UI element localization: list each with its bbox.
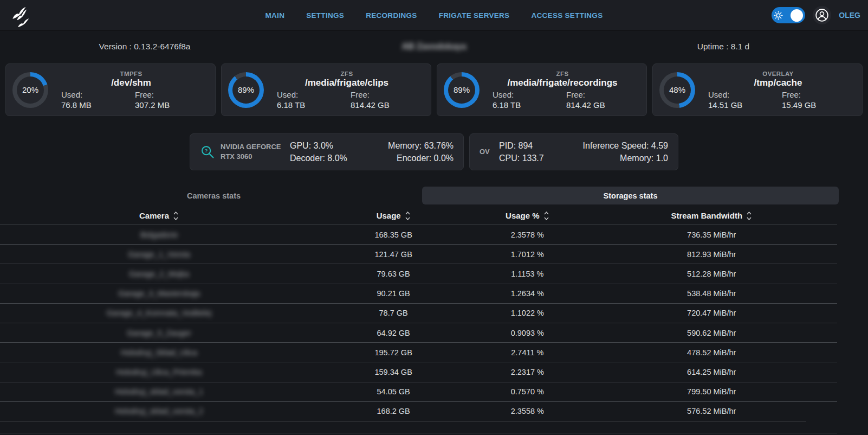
table-row: Holodnyj_sklad_vorota_2 168.2 GB 2.3558 … [0,401,837,421]
table-row: Garage_2_Mojka 79.63 GB 1.1153 % 512.28 … [0,264,837,283]
column-label: Stream Bandwidth [671,211,742,220]
table-row: Bolgadorie 168.35 GB 2.3578 % 736.35 MiB… [0,225,837,244]
storage-cards-row: 20% TMPFS /dev/shm Used: Free: 76.8 MB 3… [0,62,868,116]
free-label: Free: [566,90,640,99]
gpu-memory-stat: Memory: 63.76% [388,141,454,151]
column-label: Usage [377,211,401,220]
bandwidth-cell: 799.50 MiB/hr [586,387,837,396]
table-header-row: Camera Usage Usage % Stream Bandwidth [0,207,837,225]
usage-cell: 79.63 GB [318,270,469,278]
nav-item-access-settings[interactable]: ACCESS SETTINGS [531,11,603,20]
fs-path-label: /dev/shm [54,78,209,88]
fs-type-label: OVERLAY [701,71,856,77]
usage-pct-cell: 2.7411 % [469,348,586,357]
version-label: Version : 0.13.2-6476f8a [0,42,289,52]
storage-card-recordings: 89% ZFS /media/frigate/recordings Used: … [437,63,647,116]
used-value: 76.8 MB [61,100,135,110]
tab-cameras-stats[interactable]: Cameras stats [5,187,422,204]
used-label: Used: [277,90,351,99]
free-value: 15.49 GB [782,100,856,110]
table-bottom-divider [0,421,806,421]
storage-stats-table: Camera Usage Usage % Stream Bandwidth Bo… [0,207,837,421]
hardware-cards-row: ? NVIDIA GEFORCE RTX 3060 GPU: 3.0% Deco… [0,133,868,170]
toggle-knob [791,9,803,22]
column-label: Camera [139,211,169,220]
used-label: Used: [708,90,782,99]
gpu-decoder-stat: Decoder: 8.0% [290,153,347,163]
bandwidth-cell: 812.93 MiB/hr [586,250,837,259]
fs-type-label: ZFS [485,71,640,77]
sort-chevrons-icon [746,211,752,221]
bandwidth-cell: 720.47 MiB/hr [586,309,837,317]
gpu-encoder-stat: Encoder: 0.0% [388,153,454,163]
stats-tabs: Cameras stats Storages stats [5,187,839,204]
table-row: Holodnyj_Ulica_Priemka 159.34 GB 2.2317 … [0,362,837,381]
column-header-usage-pct[interactable]: Usage % [469,211,586,221]
bandwidth-cell: 576.52 MiB/hr [586,407,837,415]
fs-path-label: /media/frigate/clips [269,78,424,88]
sort-chevrons-icon [405,211,411,221]
usage-cell: 78.7 GB [318,309,469,317]
next-row-partial-divider [0,433,837,433]
user-avatar[interactable] [813,6,831,24]
gpu-usage-stat: GPU: 3.0% [290,141,347,151]
gauge-percent-label: 89% [454,85,470,94]
person-circle-icon [815,8,829,22]
theme-toggle[interactable] [772,7,805,23]
nav-item-main[interactable]: MAIN [265,11,285,20]
nav-item-frigate-servers[interactable]: FRIGATE SERVERS [439,11,510,20]
usage-pct-cell: 0.9093 % [469,329,586,337]
camera-name-cell: Holodnyj_Sklad_Ulica [0,348,318,357]
detector-inference-stat: Inference Speed: 4.59 [583,141,668,151]
usage-pct-cell: 1.7012 % [469,250,586,259]
used-label: Used: [493,90,566,99]
detector-memory-stat: Memory: 1.0 [583,153,668,163]
used-value: 6.18 TB [493,100,566,110]
usage-gauge: 89% [444,72,480,108]
usage-pct-cell: 2.3558 % [469,407,586,415]
bandwidth-cell: 590.62 MiB/hr [586,329,837,337]
detector-cpu-stat: CPU: 133.7 [499,153,544,163]
usage-pct-cell: 0.7570 % [469,387,586,396]
free-value: 307.2 MB [135,100,209,110]
detector-stats-card: OV PID: 894 CPU: 133.7 Inference Speed: … [469,133,678,170]
usage-cell: 168.35 GB [318,231,469,239]
free-value: 814.42 GB [566,100,640,110]
fs-type-label: TMPFS [54,71,209,77]
gauge-percent-label: 48% [669,85,685,94]
column-header-usage[interactable]: Usage [318,211,469,221]
storage-card-tmp-cache: 48% OVERLAY /tmp/cache Used: Free: 14.51… [652,63,863,116]
usage-pct-cell: 1.2634 % [469,289,586,298]
fs-path-label: /tmp/cache [701,78,856,88]
bandwidth-cell: 512.28 MiB/hr [586,270,837,278]
column-header-bandwidth[interactable]: Stream Bandwidth [586,211,837,221]
fs-type-label: ZFS [269,71,424,77]
top-navigation-bar: MAIN SETTINGS RECORDINGS FRIGATE SERVERS… [0,0,868,31]
table-row: Garage_5_Zauger 64.92 GB 0.9093 % 590.62… [0,323,837,342]
gauge-percent-label: 89% [238,85,254,94]
nav-item-settings[interactable]: SETTINGS [306,11,344,20]
bandwidth-cell: 736.35 MiB/hr [586,231,837,239]
free-label: Free: [135,90,209,99]
usage-gauge: 48% [659,72,695,108]
table-row: Garage_3_Masterskaja 90.21 GB 1.2634 % 5… [0,284,837,303]
used-label: Used: [61,90,135,99]
username-label[interactable]: OLEG [839,11,860,20]
camera-name-cell: Garage_4_Komnata_Voditelej [0,309,318,317]
table-row: Garage_1_Vorota 121.47 GB 1.7012 % 812.9… [0,244,837,264]
usage-gauge: 20% [12,72,48,108]
camera-name-cell: Garage_1_Vorota [0,250,318,259]
free-label: Free: [351,90,424,99]
gpu-name-label: NVIDIA GEFORCE RTX 3060 [221,142,286,161]
tab-storages-stats[interactable]: Storages stats [422,187,839,204]
bandwidth-cell: 538.48 MiB/hr [586,289,837,298]
storage-card-dev-shm: 20% TMPFS /dev/shm Used: Free: 76.8 MB 3… [5,63,216,116]
table-row: Holodnyj_sklad_vorota_1 54.05 GB 0.7570 … [0,382,837,401]
uptime-label: Uptime : 8.1 d [579,42,868,52]
fs-path-label: /media/frigate/recordings [485,78,640,88]
nav-item-recordings[interactable]: RECORDINGS [366,11,417,20]
usage-cell: 195.72 GB [318,348,469,357]
used-value: 14.51 GB [708,100,782,110]
usage-cell: 64.92 GB [318,329,469,337]
column-header-camera[interactable]: Camera [0,211,318,221]
